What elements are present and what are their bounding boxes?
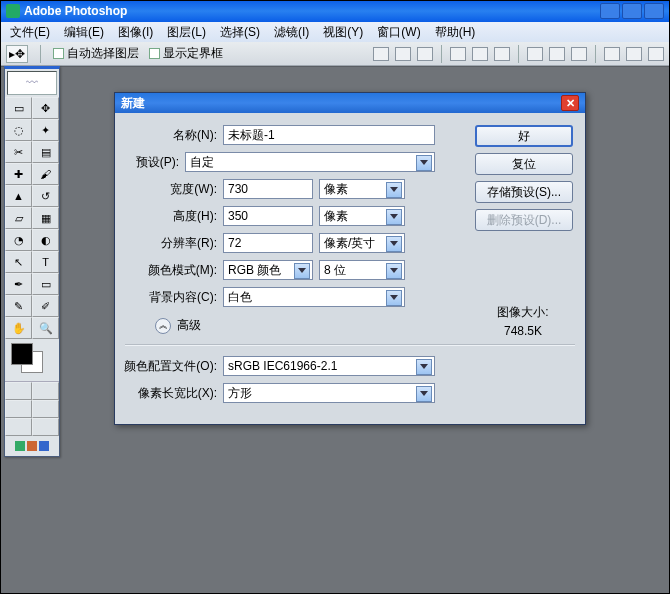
- color-profile-value: sRGB IEC61966-2.1: [228, 359, 337, 373]
- image-size-label: 图像大小:: [483, 303, 563, 322]
- dialog-button-column: 好 复位 存储预设(S)... 删除预设(D)...: [475, 125, 573, 231]
- color-mode-value: RGB 颜色: [228, 262, 281, 279]
- separator: [441, 45, 442, 63]
- menu-select[interactable]: 选择(S): [214, 22, 266, 43]
- type-tool[interactable]: T: [32, 251, 59, 273]
- color-profile-select[interactable]: sRGB IEC61966-2.1: [223, 356, 435, 376]
- color-mode-select[interactable]: RGB 颜色: [223, 260, 313, 280]
- checkbox-icon[interactable]: [149, 48, 160, 59]
- reset-button[interactable]: 复位: [475, 153, 573, 175]
- dist-top-icon[interactable]: [527, 47, 543, 61]
- width-field[interactable]: [223, 179, 313, 199]
- dialog-titlebar[interactable]: 新建 ✕: [115, 93, 585, 113]
- menu-image[interactable]: 图像(I): [112, 22, 159, 43]
- auto-select-layer-label: 自动选择图层: [67, 45, 139, 62]
- screen-mode-4-button[interactable]: [32, 418, 59, 436]
- blur-tool[interactable]: ◔: [5, 229, 32, 251]
- app-title: Adobe Photoshop: [24, 4, 127, 18]
- separator: [595, 45, 596, 63]
- screen-mode-2-button[interactable]: [32, 400, 59, 418]
- quickmask-mode-button[interactable]: [32, 382, 59, 400]
- align-bottom-icon[interactable]: [417, 47, 433, 61]
- image-size-readout: 图像大小: 748.5K: [483, 303, 563, 341]
- dist-bottom-icon[interactable]: [571, 47, 587, 61]
- menu-filter[interactable]: 滤镜(I): [268, 22, 315, 43]
- crop-tool[interactable]: ✂: [5, 141, 32, 163]
- standard-mode-button[interactable]: [5, 382, 32, 400]
- menu-help[interactable]: 帮助(H): [429, 22, 482, 43]
- menu-file[interactable]: 文件(E): [4, 22, 56, 43]
- eraser-tool[interactable]: ▱: [5, 207, 32, 229]
- dist-right-icon[interactable]: [648, 47, 664, 61]
- color-swatches[interactable]: [9, 343, 55, 377]
- align-left-icon[interactable]: [450, 47, 466, 61]
- width-unit-value: 像素: [324, 181, 348, 198]
- gradient-tool[interactable]: ▦: [32, 207, 59, 229]
- name-field[interactable]: [223, 125, 435, 145]
- menu-view[interactable]: 视图(Y): [317, 22, 369, 43]
- dist-vcenter-icon[interactable]: [549, 47, 565, 61]
- move-tool[interactable]: ✥: [32, 97, 59, 119]
- resolution-unit-select[interactable]: 像素/英寸: [319, 233, 405, 253]
- hand-tool[interactable]: ✋: [5, 317, 32, 339]
- lasso-tool[interactable]: ◌: [5, 119, 32, 141]
- background-label: 背景内容(C):: [125, 289, 223, 306]
- path-tool[interactable]: ↖: [5, 251, 32, 273]
- background-select[interactable]: 白色: [223, 287, 405, 307]
- dodge-tool[interactable]: ◐: [32, 229, 59, 251]
- stamp-tool[interactable]: ▲: [5, 185, 32, 207]
- zoom-tool[interactable]: 🔍: [32, 317, 59, 339]
- dialog-close-button[interactable]: ✕: [561, 95, 579, 111]
- checkbox-icon[interactable]: [53, 48, 64, 59]
- auto-select-layer-option[interactable]: 自动选择图层: [53, 45, 139, 62]
- menu-edit[interactable]: 编辑(E): [58, 22, 110, 43]
- imageready-link[interactable]: [5, 436, 59, 456]
- image-size-value: 748.5K: [483, 322, 563, 341]
- heal-tool[interactable]: ✚: [5, 163, 32, 185]
- chevron-up-icon[interactable]: ︽: [155, 318, 171, 334]
- bit-depth-select[interactable]: 8 位: [319, 260, 405, 280]
- align-top-icon[interactable]: [373, 47, 389, 61]
- menu-layer[interactable]: 图层(L): [161, 22, 212, 43]
- color-profile-label: 颜色配置文件(O):: [109, 358, 223, 375]
- notes-tool[interactable]: ✎: [5, 295, 32, 317]
- save-preset-button[interactable]: 存储预设(S)...: [475, 181, 573, 203]
- height-label: 高度(H):: [125, 208, 223, 225]
- menu-bar: 文件(E) 编辑(E) 图像(I) 图层(L) 选择(S) 滤镜(I) 视图(Y…: [0, 22, 670, 42]
- height-field[interactable]: [223, 206, 313, 226]
- close-window-button[interactable]: [644, 3, 664, 19]
- dist-hcenter-icon[interactable]: [626, 47, 642, 61]
- background-value: 白色: [228, 289, 252, 306]
- dist-left-icon[interactable]: [604, 47, 620, 61]
- eyedropper-tool[interactable]: ✐: [32, 295, 59, 317]
- align-distribute-icons: [373, 45, 664, 63]
- pixel-aspect-select[interactable]: 方形: [223, 383, 435, 403]
- move-tool-indicator[interactable]: ▸✥: [6, 45, 28, 63]
- dialog-body: 好 复位 存储预设(S)... 删除预设(D)... 图像大小: 748.5K …: [115, 113, 585, 424]
- ok-button[interactable]: 好: [475, 125, 573, 147]
- delete-preset-button: 删除预设(D)...: [475, 209, 573, 231]
- align-right-icon[interactable]: [494, 47, 510, 61]
- show-bounds-option[interactable]: 显示定界框: [149, 45, 223, 62]
- pen-tool[interactable]: ✒: [5, 273, 32, 295]
- resolution-field[interactable]: [223, 233, 313, 253]
- screen-mode-1-button[interactable]: [5, 400, 32, 418]
- wand-tool[interactable]: ✦: [32, 119, 59, 141]
- foreground-color-swatch[interactable]: [11, 343, 33, 365]
- minimize-button[interactable]: [600, 3, 620, 19]
- history-brush-tool[interactable]: ↺: [32, 185, 59, 207]
- screen-mode-3-button[interactable]: [5, 418, 32, 436]
- height-unit-select[interactable]: 像素: [319, 206, 405, 226]
- align-vcenter-icon[interactable]: [395, 47, 411, 61]
- preset-select[interactable]: 自定: [185, 152, 435, 172]
- align-hcenter-icon[interactable]: [472, 47, 488, 61]
- advanced-label: 高级: [177, 317, 201, 334]
- width-unit-select[interactable]: 像素: [319, 179, 405, 199]
- brush-tool[interactable]: 🖌: [32, 163, 59, 185]
- menu-window[interactable]: 窗口(W): [371, 22, 426, 43]
- marquee-tool[interactable]: ▭: [5, 97, 32, 119]
- shape-tool[interactable]: ▭: [32, 273, 59, 295]
- app-icon: [6, 4, 20, 18]
- slice-tool[interactable]: ▤: [32, 141, 59, 163]
- maximize-button[interactable]: [622, 3, 642, 19]
